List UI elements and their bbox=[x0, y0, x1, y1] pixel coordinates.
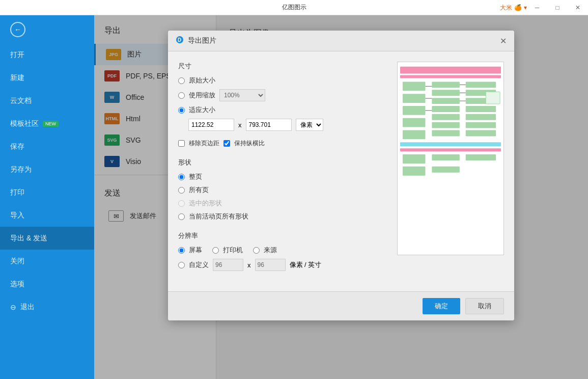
shape-activepage-radio[interactable] bbox=[178, 213, 185, 220]
shape-activepage-label: 当前活动页所有形状 bbox=[189, 212, 248, 221]
sidebar-item-options[interactable]: 选项 bbox=[0, 273, 94, 295]
svg-rect-10 bbox=[432, 90, 459, 96]
sidebar-item-import[interactable]: 导入 bbox=[0, 204, 94, 227]
sidebar-item-export[interactable]: 导出 & 发送 bbox=[0, 227, 94, 250]
res-screen-row: 屏幕 bbox=[178, 246, 202, 255]
sidebar-item-cloud[interactable]: 云文档 bbox=[0, 89, 94, 112]
svg-rect-26 bbox=[403, 154, 426, 164]
svg-rect-19 bbox=[466, 106, 496, 112]
width-input[interactable] bbox=[188, 119, 234, 131]
unit-select[interactable]: 像素 英寸 bbox=[296, 119, 323, 131]
modal-main: 尺寸 原始大小 使用缩放 100% 50% bbox=[178, 62, 504, 281]
back-button[interactable]: ← bbox=[0, 15, 94, 43]
sidebar-label-new: 新建 bbox=[10, 73, 24, 83]
shape-section-label: 形状 bbox=[178, 158, 387, 167]
svg-rect-25 bbox=[400, 148, 501, 151]
export-image-modal: D 导出图片 ✕ 尺寸 原始大小 bbox=[168, 31, 514, 320]
template-new-badge: NEW bbox=[43, 121, 59, 127]
sidebar-item-open[interactable]: 打开 bbox=[0, 43, 94, 66]
sidebar: ← 打开 新建 云文档 模板社区 NEW 保存 另存为 打印 导入 导出 & 发… bbox=[0, 15, 94, 379]
svg-rect-13 bbox=[432, 114, 459, 120]
window-controls: ─ □ ✕ bbox=[527, 0, 588, 15]
res-source-radio[interactable] bbox=[253, 247, 260, 254]
svg-rect-27 bbox=[432, 154, 459, 160]
modal-right bbox=[397, 62, 504, 281]
res-source-row: 来源 bbox=[253, 246, 277, 255]
res-custom-label: 自定义 bbox=[189, 260, 209, 269]
res-printer-label: 打印机 bbox=[223, 246, 243, 255]
minimize-button[interactable]: ─ bbox=[527, 0, 547, 15]
height-input[interactable] bbox=[246, 119, 292, 131]
res-width-input[interactable] bbox=[213, 259, 243, 271]
svg-rect-22 bbox=[466, 130, 496, 137]
user-name: 大米 bbox=[500, 4, 512, 12]
modal-title-icon: D bbox=[176, 36, 184, 46]
size-input-row: x 像素 英寸 bbox=[188, 119, 387, 131]
res-cross-label: x bbox=[247, 261, 251, 269]
sidebar-label-saveas: 另存为 bbox=[10, 165, 32, 174]
size-zoom-radio[interactable] bbox=[178, 92, 185, 99]
svg-rect-12 bbox=[432, 106, 459, 112]
res-custom-radio[interactable] bbox=[178, 262, 185, 268]
shape-fullpage-label: 整页 bbox=[189, 172, 202, 181]
svg-rect-11 bbox=[432, 98, 459, 104]
res-screen-radio[interactable] bbox=[178, 247, 185, 254]
svg-rect-2 bbox=[400, 67, 501, 74]
zoom-select[interactable]: 100% 50% 200% bbox=[219, 89, 265, 101]
sidebar-item-print[interactable]: 打印 bbox=[0, 181, 94, 204]
confirm-button[interactable]: 确定 bbox=[423, 298, 460, 314]
modal-close-button[interactable]: ✕ bbox=[500, 36, 507, 46]
quit-prefix-icon: ⊖ bbox=[10, 303, 16, 311]
close-button[interactable]: ✕ bbox=[568, 0, 588, 15]
sidebar-item-saveas[interactable]: 另存为 bbox=[0, 158, 94, 181]
shape-allpages-label: 所有页 bbox=[189, 185, 209, 195]
res-custom-row: 自定义 x 像素 / 英寸 bbox=[178, 259, 387, 271]
sidebar-item-quit[interactable]: ⊖ 退出 bbox=[0, 295, 94, 318]
shape-selected-radio[interactable] bbox=[178, 200, 185, 207]
user-area: 大米 🍊 ▾ bbox=[500, 0, 527, 15]
res-screen-label: 屏幕 bbox=[189, 246, 202, 255]
res-height-input[interactable] bbox=[255, 259, 286, 271]
sidebar-label-close: 关闭 bbox=[10, 257, 24, 266]
svg-rect-15 bbox=[432, 130, 459, 137]
res-printer-radio[interactable] bbox=[212, 247, 219, 254]
remove-border-checkbox[interactable] bbox=[178, 140, 185, 147]
svg-rect-6 bbox=[403, 106, 426, 115]
sidebar-label-open: 打开 bbox=[10, 50, 24, 60]
sidebar-item-close[interactable]: 关闭 bbox=[0, 250, 94, 273]
size-fit-row: 适应大小 bbox=[178, 105, 387, 115]
sidebar-item-template[interactable]: 模板社区 NEW bbox=[0, 112, 94, 135]
svg-rect-9 bbox=[432, 82, 459, 88]
svg-rect-28 bbox=[466, 154, 496, 160]
keep-ratio-checkbox[interactable] bbox=[223, 140, 230, 147]
sidebar-label-export: 导出 & 发送 bbox=[10, 234, 47, 243]
size-cross-label: x bbox=[238, 121, 242, 129]
cancel-button[interactable]: 取消 bbox=[465, 298, 504, 314]
size-fit-radio[interactable] bbox=[178, 107, 185, 114]
shape-fullpage-radio[interactable] bbox=[178, 174, 185, 180]
sidebar-label-import: 导入 bbox=[10, 211, 24, 220]
shape-radio-group: 整页 所有页 选中的形状 bbox=[178, 172, 387, 221]
sidebar-item-save[interactable]: 保存 bbox=[0, 135, 94, 158]
svg-rect-14 bbox=[432, 122, 459, 128]
res-printer-row: 打印机 bbox=[212, 246, 243, 255]
res-source-label: 来源 bbox=[264, 246, 277, 255]
shape-allpages-radio[interactable] bbox=[178, 187, 185, 194]
svg-rect-5 bbox=[403, 94, 426, 103]
modal-title: 导出图片 bbox=[188, 36, 216, 45]
size-section: 尺寸 原始大小 使用缩放 100% 50% bbox=[178, 62, 387, 148]
svg-rect-24 bbox=[400, 142, 501, 146]
size-section-label: 尺寸 bbox=[178, 62, 387, 71]
svg-rect-20 bbox=[466, 114, 496, 120]
app-title: 亿图图示 bbox=[282, 3, 306, 12]
resolution-section-label: 分辨率 bbox=[178, 231, 387, 240]
size-original-label: 原始大小 bbox=[189, 76, 215, 85]
svg-text:D: D bbox=[178, 37, 181, 43]
shape-section: 形状 整页 所有页 选中的 bbox=[178, 158, 387, 221]
sidebar-item-new[interactable]: 新建 bbox=[0, 66, 94, 89]
size-radio-group: 原始大小 使用缩放 100% 50% 200% bbox=[178, 76, 387, 148]
svg-rect-16 bbox=[466, 82, 496, 88]
maximize-button[interactable]: □ bbox=[547, 0, 568, 15]
svg-rect-3 bbox=[400, 75, 501, 78]
size-original-radio[interactable] bbox=[178, 77, 185, 84]
